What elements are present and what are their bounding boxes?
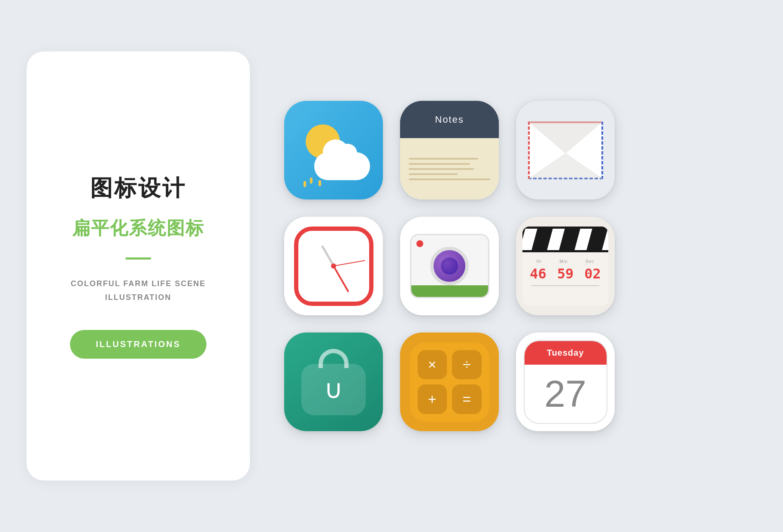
camera-lens-inner (441, 257, 458, 275)
camera-icon-container[interactable] (400, 217, 499, 315)
timer-labels: Hr Min Sec (528, 259, 603, 264)
bag-body: ∪ (301, 364, 366, 415)
clock-face (294, 227, 373, 306)
note-line-5 (409, 178, 490, 180)
rain-drop-2 (319, 180, 321, 186)
timer-body: Hr Min Sec 46 59 02 (522, 227, 608, 306)
calc-btn-divide: ÷ (452, 350, 482, 380)
svg-marker-1 (528, 154, 603, 179)
calendar-icon-container[interactable]: Tuesday 27 (516, 332, 615, 431)
icons-grid: Notes (284, 101, 615, 431)
camera-lens (430, 247, 469, 285)
store-icon-container[interactable]: ∪ (284, 332, 383, 431)
note-line-3 (409, 168, 474, 170)
weather-content (297, 120, 370, 180)
seconds-label: Sec (586, 259, 594, 264)
timer-icon-container[interactable]: Hr Min Sec 46 59 02 (516, 217, 615, 315)
calc-btn-equals: = (452, 384, 482, 414)
calc-btn-add: + (418, 384, 447, 414)
calendar-header: Tuesday (525, 341, 607, 365)
camera-body (410, 234, 489, 298)
title-cn: 图标设计 (90, 173, 186, 203)
clock-center (331, 263, 336, 269)
page-container: 图标设计 扁平化系统图标 COLORFUL FARM LIFE SCENE IL… (27, 30, 756, 502)
note-line-4 (409, 173, 458, 175)
calendar-body-content: 27 (525, 365, 607, 423)
envelope (528, 121, 603, 179)
seconds-value: 02 (584, 266, 601, 282)
subtitle-cn: 扁平化系统图标 (72, 216, 204, 240)
minute-hand (333, 266, 349, 293)
calendar-day: Tuesday (547, 348, 584, 358)
divider (125, 257, 151, 260)
rain-drop-1 (310, 178, 313, 184)
hours-value: 46 (530, 266, 546, 282)
calc-body: × ÷ + = (410, 342, 489, 422)
illustrations-button[interactable]: ILLUSTRATIONS (70, 330, 206, 359)
store-bag: ∪ (301, 349, 366, 415)
envelope-svg (528, 121, 603, 179)
timer-divider (531, 285, 599, 286)
bag-u-shape: ∪ (324, 377, 343, 402)
notes-icon-container[interactable]: Notes (400, 101, 499, 200)
calc-btn-multiply: × (418, 350, 447, 380)
notes-header: Notes (400, 101, 499, 138)
calendar-body: Tuesday 27 (524, 340, 607, 424)
mail-icon-container[interactable] (516, 101, 615, 200)
minutes-label: Min (560, 259, 568, 264)
notes-body (400, 138, 499, 200)
note-line-2 (409, 163, 470, 165)
timer-numbers: 46 59 02 (528, 266, 603, 282)
cloud-shape (314, 152, 370, 180)
camera-red-dot (416, 240, 423, 247)
second-hand (334, 260, 365, 266)
notes-title: Notes (435, 114, 464, 125)
rain-drop-3 (303, 181, 306, 187)
minutes-value: 59 (557, 266, 574, 282)
weather-icon-container[interactable] (284, 101, 383, 200)
subtitle-en: COLORFUL FARM LIFE SCENE ILLUSTRATION (71, 277, 206, 305)
svg-marker-0 (528, 121, 603, 154)
camera-green-stripe (410, 285, 489, 298)
clapper-stripes (522, 227, 608, 252)
timer-display: Hr Min Sec 46 59 02 (522, 252, 608, 290)
calculator-icon-container[interactable]: × ÷ + = (400, 332, 499, 431)
calendar-date: 27 (544, 375, 586, 413)
left-panel: 图标设计 扁平化系统图标 COLORFUL FARM LIFE SCENE IL… (27, 51, 250, 481)
clock-icon-container[interactable] (284, 217, 383, 315)
timer-clapper (522, 227, 608, 252)
hours-label: Hr (537, 259, 542, 264)
note-line-1 (409, 158, 478, 160)
